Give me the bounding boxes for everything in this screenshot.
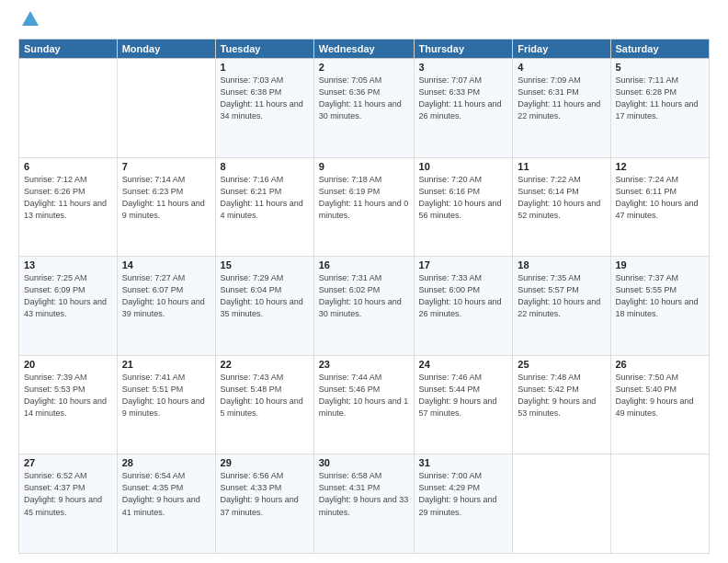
calendar-cell: 7Sunrise: 7:14 AM Sunset: 6:23 PM Daylig… — [117, 157, 215, 257]
day-number: 28 — [122, 457, 210, 468]
logo-icon — [20, 9, 40, 29]
day-info: Sunrise: 6:56 AM Sunset: 4:33 PM Dayligh… — [221, 470, 309, 518]
svg-marker-0 — [22, 11, 39, 26]
day-info: Sunrise: 7:12 AM Sunset: 6:26 PM Dayligh… — [24, 174, 112, 222]
calendar-cell: 4Sunrise: 7:09 AM Sunset: 6:31 PM Daylig… — [513, 59, 610, 158]
calendar-cell: 1Sunrise: 7:03 AM Sunset: 6:38 PM Daylig… — [215, 59, 313, 158]
day-info: Sunrise: 7:48 AM Sunset: 5:42 PM Dayligh… — [518, 372, 605, 419]
week-row-2: 13Sunrise: 7:25 AM Sunset: 6:09 PM Dayli… — [19, 257, 710, 356]
calendar-cell: 25Sunrise: 7:48 AM Sunset: 5:42 PM Dayli… — [513, 355, 610, 454]
header-cell-saturday: Saturday — [610, 40, 710, 59]
calendar-cell — [117, 59, 215, 158]
calendar-cell: 16Sunrise: 7:31 AM Sunset: 6:02 PM Dayli… — [313, 257, 414, 356]
calendar-cell: 8Sunrise: 7:16 AM Sunset: 6:21 PM Daylig… — [215, 157, 313, 257]
day-info: Sunrise: 7:35 AM Sunset: 5:57 PM Dayligh… — [518, 272, 605, 320]
day-number: 20 — [24, 359, 112, 370]
header-row: SundayMondayTuesdayWednesdayThursdayFrid… — [19, 40, 710, 59]
header-cell-sunday: Sunday — [19, 40, 118, 59]
day-number: 19 — [616, 259, 705, 270]
calendar-cell: 3Sunrise: 7:07 AM Sunset: 6:33 PM Daylig… — [414, 59, 513, 158]
day-number: 29 — [221, 457, 309, 468]
day-info: Sunrise: 7:50 AM Sunset: 5:40 PM Dayligh… — [616, 372, 705, 419]
calendar-cell: 17Sunrise: 7:33 AM Sunset: 6:00 PM Dayli… — [414, 257, 513, 356]
calendar-cell: 14Sunrise: 7:27 AM Sunset: 6:07 PM Dayli… — [117, 257, 215, 356]
day-number: 30 — [319, 457, 409, 468]
day-info: Sunrise: 7:27 AM Sunset: 6:07 PM Dayligh… — [122, 272, 210, 320]
calendar-cell: 28Sunrise: 6:54 AM Sunset: 4:35 PM Dayli… — [117, 454, 215, 554]
page: SundayMondayTuesdayWednesdayThursdayFrid… — [0, 0, 728, 563]
calendar-cell: 11Sunrise: 7:22 AM Sunset: 6:14 PM Dayli… — [513, 157, 610, 257]
day-number: 1 — [221, 62, 309, 73]
calendar-cell: 24Sunrise: 7:46 AM Sunset: 5:44 PM Dayli… — [414, 355, 513, 454]
day-info: Sunrise: 7:31 AM Sunset: 6:02 PM Dayligh… — [319, 272, 409, 320]
day-info: Sunrise: 7:11 AM Sunset: 6:28 PM Dayligh… — [616, 75, 705, 122]
day-number: 17 — [419, 259, 508, 270]
day-number: 3 — [419, 62, 508, 73]
header-cell-monday: Monday — [117, 40, 215, 59]
calendar-cell — [513, 454, 610, 554]
day-info: Sunrise: 7:05 AM Sunset: 6:36 PM Dayligh… — [319, 75, 409, 122]
week-row-3: 20Sunrise: 7:39 AM Sunset: 5:53 PM Dayli… — [19, 355, 710, 454]
day-info: Sunrise: 7:25 AM Sunset: 6:09 PM Dayligh… — [24, 272, 112, 320]
day-number: 7 — [122, 161, 210, 172]
calendar-cell: 10Sunrise: 7:20 AM Sunset: 6:16 PM Dayli… — [414, 157, 513, 257]
day-info: Sunrise: 7:39 AM Sunset: 5:53 PM Dayligh… — [24, 372, 112, 419]
day-number: 2 — [319, 62, 409, 73]
day-number: 9 — [319, 161, 409, 172]
day-info: Sunrise: 7:24 AM Sunset: 6:11 PM Dayligh… — [616, 174, 705, 222]
day-number: 31 — [419, 457, 508, 468]
day-info: Sunrise: 6:52 AM Sunset: 4:37 PM Dayligh… — [24, 470, 112, 518]
day-info: Sunrise: 6:54 AM Sunset: 4:35 PM Dayligh… — [122, 470, 210, 518]
day-info: Sunrise: 7:44 AM Sunset: 5:46 PM Dayligh… — [319, 372, 409, 419]
calendar-cell: 12Sunrise: 7:24 AM Sunset: 6:11 PM Dayli… — [610, 157, 710, 257]
day-info: Sunrise: 7:41 AM Sunset: 5:51 PM Dayligh… — [122, 372, 210, 419]
day-info: Sunrise: 7:20 AM Sunset: 6:16 PM Dayligh… — [419, 174, 508, 222]
calendar-cell: 29Sunrise: 6:56 AM Sunset: 4:33 PM Dayli… — [215, 454, 313, 554]
header-cell-thursday: Thursday — [414, 40, 513, 59]
day-info: Sunrise: 7:22 AM Sunset: 6:14 PM Dayligh… — [518, 174, 605, 222]
calendar-cell: 13Sunrise: 7:25 AM Sunset: 6:09 PM Dayli… — [19, 257, 118, 356]
day-info: Sunrise: 7:43 AM Sunset: 5:48 PM Dayligh… — [221, 372, 309, 419]
day-number: 5 — [616, 62, 705, 73]
calendar-cell: 30Sunrise: 6:58 AM Sunset: 4:31 PM Dayli… — [313, 454, 414, 554]
calendar-cell: 26Sunrise: 7:50 AM Sunset: 5:40 PM Dayli… — [610, 355, 710, 454]
day-number: 27 — [24, 457, 112, 468]
day-number: 25 — [518, 359, 605, 370]
day-number: 21 — [122, 359, 210, 370]
day-info: Sunrise: 7:46 AM Sunset: 5:44 PM Dayligh… — [419, 372, 508, 419]
day-number: 23 — [319, 359, 409, 370]
calendar-cell: 2Sunrise: 7:05 AM Sunset: 6:36 PM Daylig… — [313, 59, 414, 158]
day-number: 15 — [221, 259, 309, 270]
day-number: 13 — [24, 259, 112, 270]
calendar-cell: 27Sunrise: 6:52 AM Sunset: 4:37 PM Dayli… — [19, 454, 118, 554]
calendar-cell — [610, 454, 710, 554]
week-row-1: 6Sunrise: 7:12 AM Sunset: 6:26 PM Daylig… — [19, 157, 710, 257]
day-number: 11 — [518, 161, 605, 172]
calendar-cell — [19, 59, 118, 158]
day-info: Sunrise: 7:03 AM Sunset: 6:38 PM Dayligh… — [221, 75, 309, 122]
day-number: 8 — [221, 161, 309, 172]
calendar-cell: 18Sunrise: 7:35 AM Sunset: 5:57 PM Dayli… — [513, 257, 610, 356]
calendar-cell: 19Sunrise: 7:37 AM Sunset: 5:55 PM Dayli… — [610, 257, 710, 356]
header-cell-friday: Friday — [513, 40, 610, 59]
day-info: Sunrise: 6:58 AM Sunset: 4:31 PM Dayligh… — [319, 470, 409, 518]
day-info: Sunrise: 7:18 AM Sunset: 6:19 PM Dayligh… — [319, 174, 409, 222]
logo — [18, 15, 40, 31]
calendar-cell: 5Sunrise: 7:11 AM Sunset: 6:28 PM Daylig… — [610, 59, 710, 158]
calendar-cell: 21Sunrise: 7:41 AM Sunset: 5:51 PM Dayli… — [117, 355, 215, 454]
day-info: Sunrise: 7:09 AM Sunset: 6:31 PM Dayligh… — [518, 75, 605, 122]
calendar-cell: 6Sunrise: 7:12 AM Sunset: 6:26 PM Daylig… — [19, 157, 118, 257]
calendar-cell: 22Sunrise: 7:43 AM Sunset: 5:48 PM Dayli… — [215, 355, 313, 454]
day-number: 10 — [419, 161, 508, 172]
day-info: Sunrise: 7:07 AM Sunset: 6:33 PM Dayligh… — [419, 75, 508, 122]
day-number: 24 — [419, 359, 508, 370]
calendar-cell: 15Sunrise: 7:29 AM Sunset: 6:04 PM Dayli… — [215, 257, 313, 356]
header-cell-tuesday: Tuesday — [215, 40, 313, 59]
day-number: 22 — [221, 359, 309, 370]
day-info: Sunrise: 7:33 AM Sunset: 6:00 PM Dayligh… — [419, 272, 508, 320]
day-info: Sunrise: 7:14 AM Sunset: 6:23 PM Dayligh… — [122, 174, 210, 222]
day-number: 4 — [518, 62, 605, 73]
calendar-table: SundayMondayTuesdayWednesdayThursdayFrid… — [18, 39, 710, 554]
header-cell-wednesday: Wednesday — [313, 40, 414, 59]
day-number: 26 — [616, 359, 705, 370]
